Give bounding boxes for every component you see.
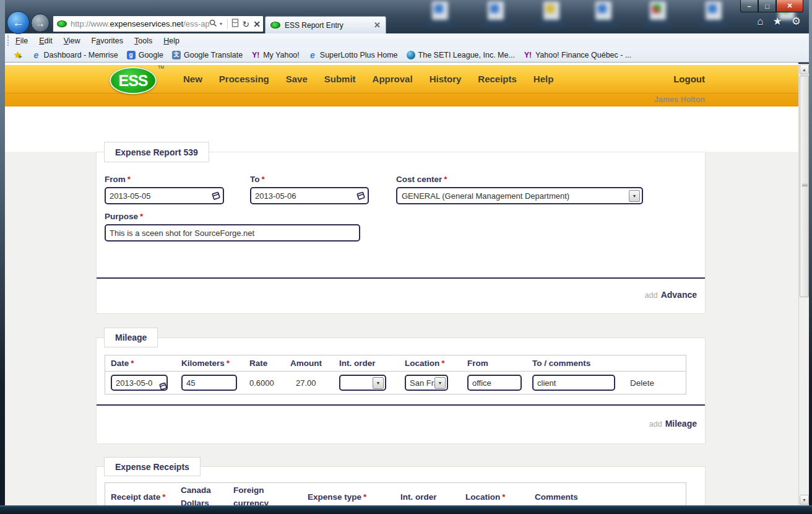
forward-button[interactable]: → [31, 14, 50, 32]
ie-page-icon: e [32, 51, 40, 59]
nav-item-approval[interactable]: Approval [373, 74, 413, 84]
menu-item-file[interactable]: File [10, 37, 33, 45]
receipts-table-header: Receipt date* Canada Dollars Foreign cur… [105, 483, 686, 505]
chevron-down-icon[interactable]: ▼ [373, 377, 384, 389]
url-prefix: http://www. [71, 19, 110, 28]
menu-item-tools[interactable]: Tools [129, 37, 158, 45]
tab-favicon [270, 22, 280, 28]
cost-center-select[interactable]: GENERAL (General Management Department) … [396, 187, 643, 204]
from-date-field [105, 187, 224, 204]
search-dropdown-icon[interactable]: ▼ [219, 22, 223, 26]
calendar-icon[interactable] [356, 191, 365, 203]
mileage-panel-title: Mileage [104, 328, 158, 347]
from-date-input[interactable] [105, 187, 224, 204]
chevron-down-icon[interactable]: ▼ [434, 377, 446, 389]
scroll-down-icon[interactable]: ▼ [800, 495, 809, 505]
favorite-item[interactable]: Y!My Yahoo! [251, 51, 300, 59]
purpose-label: Purpose* [105, 212, 143, 221]
nav-item-help[interactable]: Help [533, 74, 554, 84]
ess-logo-tm: TM [158, 65, 164, 69]
to-date-input[interactable] [250, 187, 369, 204]
chevron-down-icon[interactable]: ▼ [629, 190, 640, 202]
calendar-icon[interactable] [159, 381, 167, 393]
mileage-table-row: 0.6000 27.00 ▼ San Fra ▼ [105, 372, 686, 394]
browser-tab[interactable]: ESS Report Entry ✕ [265, 16, 386, 33]
menu-item-edit[interactable]: Edit [33, 37, 58, 45]
back-button[interactable]: ← [7, 11, 30, 34]
url-domain: expenseservices.net [110, 19, 184, 28]
add-mileage-button[interactable]: add Mileage [649, 419, 697, 429]
menu-item-favorites[interactable]: Favorites [86, 37, 129, 45]
desktop-shortcut-icon [482, 1, 510, 27]
url-text[interactable]: http://www.expenseservices.net/ess-app/a… [71, 19, 209, 28]
nav-item-save[interactable]: Save [286, 74, 308, 84]
ie-page-icon: e [308, 51, 317, 59]
add-favorite-icon[interactable]: ★▸ [14, 50, 22, 61]
window-frame-bottom [0, 505, 812, 514]
favorite-item[interactable]: 文Google Translate [172, 51, 243, 59]
menu-item-help[interactable]: Help [158, 37, 185, 45]
mileage-rate-value: 0.6000 [249, 378, 274, 388]
delete-link[interactable]: Delete [630, 378, 654, 388]
desktop-shortcut-icon [589, 1, 618, 27]
mileage-amount-value: 27.00 [296, 378, 316, 388]
mileage-table-header: Date* Kilometers* Rate Amount Int. order… [105, 355, 686, 372]
cost-center-label: Cost center* [396, 175, 447, 184]
scrollbar-thumb[interactable] [800, 76, 809, 297]
calendar-icon[interactable] [212, 191, 220, 203]
desktop-shortcut-icon [699, 1, 728, 27]
gear-icon[interactable]: ⚙ [792, 15, 801, 28]
window-controls: – □ ✕ [740, 0, 803, 12]
tab-title: ESS Report Entry [285, 21, 374, 30]
scroll-up-icon[interactable]: ▲ [800, 64, 809, 74]
mileage-from-input[interactable] [467, 375, 522, 391]
purpose-input[interactable] [105, 224, 360, 242]
logout-button[interactable]: Logout [673, 65, 705, 93]
mileage-kilometers-input[interactable] [181, 375, 237, 391]
add-advance-button[interactable]: add Advance [645, 290, 697, 300]
menu-item-view[interactable]: View [58, 37, 86, 45]
window-frame-left [0, 0, 5, 514]
yahoo-icon: Y! [251, 51, 260, 59]
close-button[interactable]: ✕ [776, 0, 803, 12]
receipts-table: Receipt date* Canada Dollars Foreign cur… [105, 482, 686, 505]
nav-item-processing[interactable]: Processing [219, 74, 269, 84]
tab-close-icon[interactable]: ✕ [374, 20, 381, 30]
compatibility-view-icon[interactable] [231, 19, 239, 29]
vertical-scrollbar[interactable]: ▲ ▼ [798, 64, 809, 505]
maximize-button[interactable]: □ [758, 0, 776, 12]
nav-item-new[interactable]: New [183, 74, 202, 84]
favorite-item[interactable]: The SETI League, Inc. Me... [407, 51, 515, 59]
stop-icon[interactable]: ✕ [253, 20, 261, 28]
cost-center-value: GENERAL (General Management Department) [402, 191, 629, 201]
minimize-button[interactable]: – [740, 0, 758, 12]
mileage-panel: Date* Kilometers* Rate Amount Int. order… [96, 338, 706, 444]
section-divider [97, 277, 705, 279]
user-name: James Holton [654, 93, 705, 107]
desktop-shortcut-icon [644, 1, 672, 27]
mileage-to-comments-input[interactable] [532, 375, 615, 391]
url-path: /ess-app/aj [183, 19, 209, 28]
nav-item-submit[interactable]: Submit [324, 74, 356, 84]
favorites-bar: ★▸ eDashboard - Memrise gGoogle 文Google … [5, 48, 809, 63]
app-nav: New Processing Save Submit Approval Hist… [183, 65, 553, 93]
refresh-icon[interactable]: ↻ [243, 20, 250, 28]
globe-icon [407, 51, 415, 59]
expense-report-panel-title: Expense Report 539 [104, 142, 209, 162]
back-arrow-icon: ← [12, 16, 24, 30]
favorites-star-icon[interactable]: ★ [773, 15, 782, 28]
favorite-item[interactable]: eSuperLotto Plus Home [308, 51, 398, 59]
page-content: ESS TM New Processing Save Submit Approv… [5, 63, 798, 505]
home-icon[interactable]: ⌂ [757, 15, 763, 28]
mileage-int-order-select[interactable]: ▼ [339, 375, 386, 391]
favorite-item[interactable]: eDashboard - Memrise [32, 51, 118, 59]
nav-item-history[interactable]: History [430, 74, 462, 84]
mileage-location-select[interactable]: San Fra ▼ [405, 375, 448, 391]
nav-item-receipts[interactable]: Receipts [478, 74, 517, 84]
window-frame-right [809, 0, 812, 514]
favorite-item[interactable]: gGoogle [127, 51, 163, 59]
favorite-item[interactable]: Y!Yahoo! Finance Québec - ... [524, 51, 631, 59]
site-favicon [57, 20, 67, 27]
address-bar[interactable]: http://www.expenseservices.net/ess-app/a… [53, 15, 264, 32]
search-icon[interactable] [209, 19, 217, 29]
